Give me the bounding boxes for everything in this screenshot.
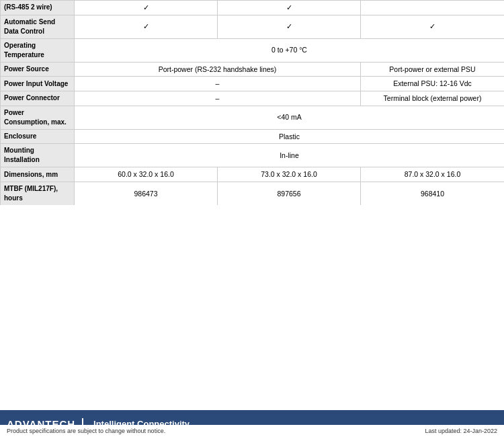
product-note: Product specifications are subject to ch… — [7, 428, 165, 434]
table-row: Mounting Installation In-line — [1, 144, 505, 167]
row-col3: Terminal block (external power) — [361, 91, 505, 106]
table-row: Power Source Port-power (RS-232 handshak… — [1, 62, 505, 77]
specs-table: (RS-485 2 wire) ✓ ✓ Automatic Send Data … — [0, 0, 504, 205]
row-col1: ✓ — [75, 1, 218, 15]
row-label: Enclosure — [1, 129, 75, 144]
table-section: (RS-485 2 wire) ✓ ✓ Automatic Send Data … — [0, 0, 504, 205]
row-label: Automatic Send Data Control — [1, 15, 75, 38]
row-label: Power Connector — [1, 91, 75, 106]
row-label: Power Consumption, max. — [1, 106, 75, 129]
row-col1: ✓ — [75, 15, 218, 38]
row-label: (RS-485 2 wire) — [1, 1, 75, 15]
row-label: MTBF (MIL217F), hours — [1, 182, 75, 205]
row-col3: Port-power or external PSU — [361, 62, 505, 77]
row-col2: 897656 — [218, 182, 361, 205]
row-col3: ✓ — [361, 15, 505, 38]
row-label: Dimensions, mm — [1, 167, 75, 182]
table-row: Enclosure Plastic — [1, 129, 505, 144]
row-col3: External PSU: 12-16 Vdc — [361, 77, 505, 91]
row-col1: – — [75, 91, 361, 106]
row-col1: Port-power (RS-232 handshake lines) — [75, 62, 361, 77]
table-row: Dimensions, mm 60.0 x 32.0 x 16.0 73.0 x… — [1, 167, 505, 182]
row-col-span: In-line — [75, 144, 505, 167]
last-updated: Last updated: 24-Jan-2022 — [425, 428, 497, 434]
row-label: Mounting Installation — [1, 144, 75, 167]
row-col1: 986473 — [75, 182, 218, 205]
row-col3: 87.0 x 32.0 x 16.0 — [361, 167, 505, 182]
row-col-span: Plastic — [75, 129, 505, 144]
row-label: Power Input Voltage — [1, 77, 75, 91]
row-col1: – — [75, 77, 361, 91]
row-col1: 60.0 x 32.0 x 16.0 — [75, 167, 218, 182]
row-col2: ✓ — [218, 1, 361, 15]
row-col-span: 0 to +70 °C — [75, 38, 505, 62]
row-col2: ✓ — [218, 15, 361, 38]
table-row: Automatic Send Data Control ✓ ✓ ✓ — [1, 15, 505, 38]
page-wrapper: (RS-485 2 wire) ✓ ✓ Automatic Send Data … — [0, 0, 504, 437]
row-col2: 73.0 x 32.0 x 16.0 — [218, 167, 361, 182]
row-col3 — [361, 1, 505, 15]
table-row: Power Consumption, max. <40 mA — [1, 106, 505, 129]
row-col3: 968410 — [361, 182, 505, 205]
table-row: Power Connector – Terminal block (extern… — [1, 91, 505, 106]
table-row: MTBF (MIL217F), hours 986473 897656 9684… — [1, 182, 505, 205]
row-label: Operating Temperature — [1, 38, 75, 62]
table-row: (RS-485 2 wire) ✓ ✓ — [1, 1, 505, 15]
row-col-span: <40 mA — [75, 106, 505, 129]
table-row: Power Input Voltage – External PSU: 12-1… — [1, 77, 505, 91]
footer-note: Product specifications are subject to ch… — [0, 425, 504, 437]
spacer — [0, 205, 504, 410]
row-label: Power Source — [1, 62, 75, 77]
table-row: Operating Temperature 0 to +70 °C — [1, 38, 505, 62]
